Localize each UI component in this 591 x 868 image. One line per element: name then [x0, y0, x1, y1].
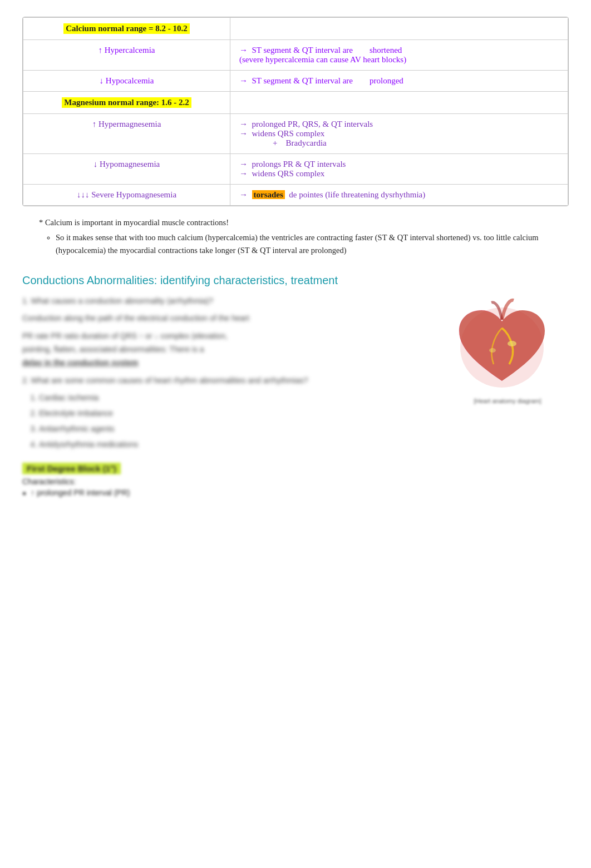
- hypocalcemia-row: ↓ Hypocalcemia → ST segment & QT interva…: [23, 71, 568, 92]
- footnote-star: * Calcium is important in myocardial mus…: [39, 216, 552, 229]
- magnesium-header-right: [230, 92, 568, 114]
- calcium-magnesium-table: Calcium normal range = 8.2 - 10.2 ↑ Hype…: [22, 17, 569, 206]
- footnote-section: * Calcium is important in myocardial mus…: [39, 216, 552, 257]
- heart-svg: [448, 295, 556, 398]
- magnesium-header-row: Magnesium normal range: 1.6 - 2.2: [23, 92, 568, 114]
- hypermagnesemia-row: ↑ Hypermagnesemia → prolonged PR, QRS, &…: [23, 114, 568, 154]
- magnesium-range-label: Magnesium normal range: 1.6 - 2.2: [62, 97, 191, 108]
- hypermagnesemia-label: ↑ Hypermagnesemia: [23, 114, 230, 154]
- blurred-list: Cardiac ischemia Electrolyte imbalance A…: [39, 391, 435, 451]
- heart-image-area: [Heart anatomy diagram]: [446, 295, 569, 404]
- footnote-bullet: So it makes sense that with too much cal…: [56, 231, 552, 257]
- hypocalcemia-effect: → ST segment & QT interval are prolonged: [230, 71, 568, 92]
- blurred-q1: 1. What causes a conduction abnormality …: [22, 295, 435, 452]
- conduction-left-content: 1. What causes a conduction abnormality …: [22, 295, 435, 499]
- bullet-pr-interval: ↑ prolonged PR interval (PR): [22, 488, 435, 497]
- calcium-header-right: [230, 18, 568, 40]
- calcium-header-left: Calcium normal range = 8.2 - 10.2: [23, 18, 230, 40]
- section-heading: Conductions Abnormalities: identifying c…: [22, 274, 569, 287]
- severe-hypomagnesemia-effect: → torsades de pointes (life threatening …: [230, 185, 568, 206]
- severe-hypomagnesemia-label: ↓↓↓ Severe Hypomagnesemia: [23, 185, 230, 206]
- prolonged-text: prolonged: [370, 76, 403, 85]
- magnesium-header-left: Magnesium normal range: 1.6 - 2.2: [23, 92, 230, 114]
- severe-hypomagnesemia-row: ↓↓↓ Severe Hypomagnesemia → torsades de …: [23, 185, 568, 206]
- hypocalcemia-label: ↓ Hypocalcemia: [23, 71, 230, 92]
- conduction-abnormalities-section: 1. What causes a conduction abnormality …: [22, 295, 569, 499]
- hypomagnesemia-row: ↓ Hypomagnesemia → prolongs PR & QT inte…: [23, 154, 568, 185]
- calcium-header-row: Calcium normal range = 8.2 - 10.2: [23, 18, 568, 40]
- heart-diagram: [446, 295, 558, 398]
- heart-caption: [Heart anatomy diagram]: [446, 398, 569, 404]
- hypomagnesemia-label: ↓ Hypomagnesemia: [23, 154, 230, 185]
- first-degree-block-heading: First Degree Block (1°): [22, 463, 121, 474]
- svg-point-2: [489, 348, 496, 353]
- blurred-list-item: Antidysrhythmia medications: [39, 438, 435, 452]
- blurred-list-item: Cardiac ischemia: [39, 391, 435, 405]
- blurred-list-item: Electrolyte imbalance: [39, 407, 435, 420]
- hypercalcemia-label: ↑ Hypercalcemia: [23, 40, 230, 71]
- footnote-list: So it makes sense that with too much cal…: [56, 231, 552, 257]
- hypomagnesemia-effect: → prolongs PR & QT intervals → widens QR…: [230, 154, 568, 185]
- hypermagnesemia-effect: → prolonged PR, QRS, & QT intervals → wi…: [230, 114, 568, 154]
- blurred-list-item: Antiarrhythmic agents: [39, 423, 435, 436]
- characteristics-label: Characteristics:: [22, 477, 435, 486]
- svg-point-1: [508, 341, 516, 346]
- shortened-text: shortened: [370, 46, 402, 54]
- hypercalcemia-row: ↑ Hypercalcemia → ST segment & QT interv…: [23, 40, 568, 71]
- calcium-range-label: Calcium normal range = 8.2 - 10.2: [63, 23, 190, 34]
- torsades-highlight: torsades: [252, 190, 285, 199]
- hypercalcemia-effect: → ST segment & QT interval are shortened…: [230, 40, 568, 71]
